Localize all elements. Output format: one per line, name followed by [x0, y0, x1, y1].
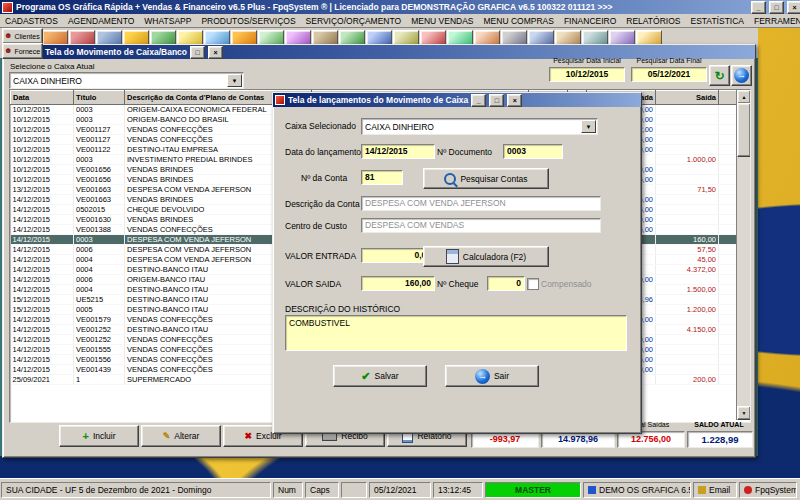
- vertical-scrollbar[interactable]: ▲ ▼: [736, 90, 750, 420]
- status-text: MASTER: [515, 485, 551, 495]
- menu-item-menu-compras[interactable]: MENU COMPRAS: [479, 16, 559, 26]
- fornecedores-label: Fornece: [14, 48, 40, 55]
- cell: 14/12/2015: [11, 325, 74, 335]
- date-end-input[interactable]: 05/12/2021: [631, 67, 707, 82]
- cell: 14/12/2015: [11, 265, 74, 275]
- cell: VE001555: [74, 345, 125, 355]
- documento-input[interactable]: 0003: [503, 144, 563, 159]
- scroll-down-icon[interactable]: ▼: [737, 406, 751, 420]
- chevron-down-icon[interactable]: ▼: [227, 74, 242, 87]
- menu-item-cadastros[interactable]: CADASTROS: [0, 16, 63, 26]
- cheque-input[interactable]: 0: [487, 276, 525, 291]
- lancamento-dialog: Tela de lançamentos do Movimento de Caix…: [272, 92, 642, 434]
- status-text: 13:12:45: [438, 485, 471, 495]
- cell: VE001127: [74, 125, 125, 135]
- dialog-icon: [275, 95, 285, 105]
- data-lancamento-input[interactable]: 14/12/2015: [361, 144, 435, 159]
- sair-button[interactable]: → Sair: [445, 365, 539, 387]
- minimize-icon[interactable]: _: [751, 1, 766, 14]
- calculadora-button[interactable]: Calculadora (F2): [423, 246, 549, 267]
- menu-item-relat-rios[interactable]: RELATÓRIOS: [621, 16, 685, 26]
- cell: 14/12/2015: [11, 245, 74, 255]
- status-brand: FpqSystem: [739, 482, 797, 498]
- menu-item-agendamento[interactable]: AGENDAMENTO: [63, 16, 139, 26]
- compensado-label: Compensado: [541, 279, 592, 289]
- cell: [656, 275, 719, 285]
- cell: [656, 345, 719, 355]
- cell: [656, 195, 719, 205]
- cell: 14/12/2015: [11, 225, 74, 235]
- clientes-button[interactable]: ☻ Clientes: [2, 28, 43, 44]
- dialog-titlebar: Tela de lançamentos do Movimento de Caix…: [273, 93, 641, 107]
- cell: VE001656: [74, 175, 125, 185]
- maximize-icon[interactable]: □: [190, 46, 205, 59]
- menu-item-servi-o-or-amento[interactable]: SERVIÇO/ORÇAMENTO: [301, 16, 407, 26]
- close-icon[interactable]: ×: [787, 1, 800, 14]
- incluir-button[interactable]: +Incluir: [59, 425, 139, 447]
- historico-textarea[interactable]: COMBUSTIVEL: [285, 315, 627, 351]
- cell: 200,00: [656, 375, 719, 385]
- cell: 14/12/2015: [11, 335, 74, 345]
- dialog-title: Tela de lançamentos do Movimento de Caix…: [288, 95, 468, 105]
- maximize-icon[interactable]: □: [769, 1, 784, 14]
- cell: 25/09/2021: [11, 375, 74, 385]
- menu-item-whatsapp[interactable]: WHATSAPP: [139, 16, 196, 26]
- cell: 14/12/2015: [11, 205, 74, 215]
- fornecedores-button[interactable]: ☻ Fornece: [2, 43, 43, 59]
- chevron-down-icon[interactable]: ▼: [581, 120, 596, 133]
- app-title: Programa OS Gráfica Rápida + Vendas & Fi…: [16, 2, 748, 12]
- cell: [656, 225, 719, 235]
- pesquisar-contas-button[interactable]: Pesquisar Contas: [423, 168, 549, 189]
- cell: VE001252: [74, 335, 125, 345]
- menu-item-ferramentas[interactable]: FERRAMENTAS: [749, 16, 800, 26]
- column-header-data[interactable]: Data: [11, 91, 74, 105]
- exit-arrow-icon: →: [475, 369, 490, 384]
- cell: 14/12/2015: [11, 195, 74, 205]
- menu-item-financeiro[interactable]: FINANCEIRO: [559, 16, 621, 26]
- cell: 14/12/2015: [11, 315, 74, 325]
- button-label: Alterar: [174, 431, 199, 441]
- maximize-icon[interactable]: □: [489, 94, 504, 107]
- cell: VE001663: [74, 195, 125, 205]
- compensado-checkbox[interactable]: [527, 278, 539, 290]
- cell: [656, 145, 719, 155]
- valor-saida-input[interactable]: 160,00: [361, 276, 435, 291]
- cell: VE001579: [74, 315, 125, 325]
- menu-item-produtos-servi-os[interactable]: PRODUTOS/SERVIÇOS: [196, 16, 300, 26]
- minimize-icon[interactable]: _: [471, 94, 486, 107]
- search-refresh-button[interactable]: ↻: [709, 65, 730, 86]
- scroll-up-icon[interactable]: ▲: [737, 90, 751, 104]
- status-text: Num: [278, 485, 296, 495]
- cell: [656, 175, 719, 185]
- alterar-button[interactable]: ✎Alterar: [141, 425, 221, 447]
- column-header-t-tulo[interactable]: Título: [74, 91, 125, 105]
- menu-item-menu-vendas[interactable]: MENU VENDAS: [406, 16, 478, 26]
- scrollbar-thumb[interactable]: [737, 103, 751, 157]
- conta-input[interactable]: 81: [361, 170, 403, 185]
- menu-item-estat-stica[interactable]: ESTATÍSTICA: [685, 16, 749, 26]
- close-icon[interactable]: ×: [208, 46, 223, 59]
- column-header-sa-da[interactable]: Saída: [656, 91, 719, 105]
- cell: 14/12/2015: [11, 215, 74, 225]
- go-button[interactable]: →: [731, 65, 752, 86]
- cell: VE001630: [74, 215, 125, 225]
- dialog-caixa-select[interactable]: CAIXA DINHEIRO ▼: [361, 118, 598, 135]
- cell: 10/12/2015: [11, 105, 74, 115]
- cell: 0003: [74, 105, 125, 115]
- saldo-atual-label: SALDO ATUAL: [687, 421, 751, 428]
- close-icon[interactable]: ×: [507, 94, 522, 107]
- cell: 57,50: [656, 245, 719, 255]
- cell: 10/12/2015: [11, 135, 74, 145]
- cell: VE001663: [74, 185, 125, 195]
- cell: VE001656: [74, 165, 125, 175]
- salvar-button[interactable]: ✔ Salvar: [333, 365, 427, 387]
- date-start-input[interactable]: 10/12/2015: [549, 67, 625, 82]
- cell: 14/12/2015: [11, 255, 74, 265]
- dialog-caixa-value: CAIXA DINHEIRO: [365, 122, 434, 132]
- centro-custo-label: Centro de Custo: [285, 221, 347, 231]
- caixa-select[interactable]: CAIXA DINHEIRO ▼: [9, 72, 244, 89]
- cell: 1.500,00: [656, 285, 719, 295]
- cell: [656, 315, 719, 325]
- cell: VE001122: [74, 145, 125, 155]
- app-icon: [588, 486, 596, 494]
